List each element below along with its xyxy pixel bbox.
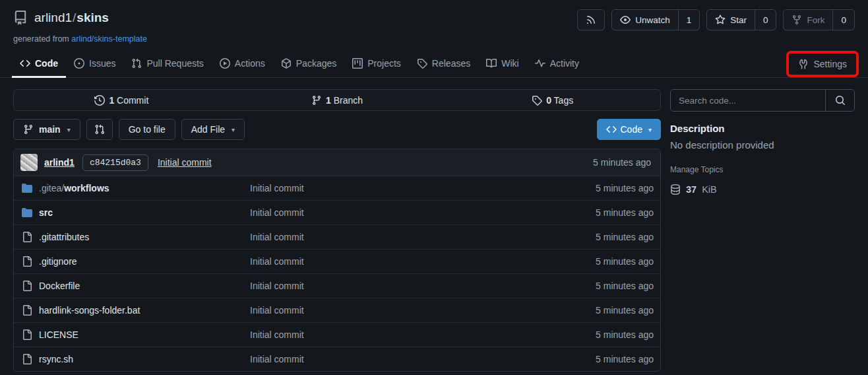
file-row[interactable]: hardlink-songs-folder.batInitial commit5… xyxy=(14,298,660,322)
star-icon xyxy=(715,15,726,25)
file-row[interactable]: .gitattributesInitial commit5 minutes ag… xyxy=(14,224,660,249)
file-link[interactable]: .gitignore xyxy=(39,256,77,267)
branches-segment[interactable]: 1 Branch xyxy=(230,90,445,110)
add-file-label: Add File xyxy=(191,124,225,135)
tags-segment[interactable]: 0 Tags xyxy=(445,90,660,110)
tab-label: Pull Requests xyxy=(146,58,203,69)
code-button-label: Code xyxy=(621,124,642,135)
fork-button[interactable]: Fork0 xyxy=(783,9,855,30)
file-link[interactable]: .gitea/workflows xyxy=(39,183,109,193)
fork-label: Fork xyxy=(807,15,824,25)
file-row[interactable]: DockerfileInitial commit5 minutes ago xyxy=(14,273,660,298)
chevron-down-icon: ▾ xyxy=(67,126,71,133)
file-link[interactable]: hardlink-songs-folder.bat xyxy=(39,305,140,316)
file-commit-message[interactable]: Initial commit xyxy=(250,183,304,193)
tab-releases[interactable]: Releases xyxy=(409,50,478,78)
tab-packages[interactable]: Packages xyxy=(273,50,344,78)
tab-actions[interactable]: Actions xyxy=(212,50,273,78)
tab-pull-requests[interactable]: Pull Requests xyxy=(123,50,211,78)
repo-header: arlind1/skins Unwatch1Star0Fork0 xyxy=(0,0,868,30)
eye-icon xyxy=(620,15,631,25)
file-commit-message[interactable]: Initial commit xyxy=(250,305,304,316)
commits-segment[interactable]: 1 Commit xyxy=(14,90,230,110)
file-link[interactable]: LICENSE xyxy=(39,329,78,340)
file-commit-time: 5 minutes ago xyxy=(596,305,660,316)
repo-size: 37 KiB xyxy=(670,184,855,195)
tab-wiki[interactable]: Wiki xyxy=(478,50,526,78)
file-commit-message[interactable]: Initial commit xyxy=(250,354,304,364)
file-commit-message[interactable]: Initial commit xyxy=(250,329,304,340)
pulse-icon xyxy=(535,58,545,69)
tab-label: Wiki xyxy=(501,58,518,69)
tab-code[interactable]: Code xyxy=(12,50,66,78)
tab-activity[interactable]: Activity xyxy=(527,50,587,78)
avatar[interactable] xyxy=(20,154,38,171)
file-name: hardlink-songs-folder.bat xyxy=(39,305,140,316)
file-icon xyxy=(22,305,32,316)
branch-selector[interactable]: main ▾ xyxy=(13,119,80,140)
tab-label: Projects xyxy=(367,58,401,69)
commit-message-link[interactable]: Initial commit xyxy=(158,157,212,168)
file-commit-time: 5 minutes ago xyxy=(596,207,660,218)
file-row[interactable]: LICENSEInitial commit5 minutes ago xyxy=(14,322,660,347)
file-icon xyxy=(22,232,32,242)
commit-author-link[interactable]: arlind1 xyxy=(44,157,75,168)
pull-request-icon xyxy=(131,58,142,69)
commit-hash-badge[interactable]: c84215d0a3 xyxy=(82,154,148,171)
file-link[interactable]: rsync.sh xyxy=(39,354,73,364)
file-link[interactable]: Dockerfile xyxy=(39,281,80,291)
file-commit-message[interactable]: Initial commit xyxy=(250,207,304,218)
repo-icon xyxy=(13,11,28,25)
tab-projects[interactable]: Projects xyxy=(344,50,409,78)
repo-sidebar: Description No description provided Mana… xyxy=(670,89,855,372)
template-repo-link[interactable]: arlind/skins-template xyxy=(71,34,147,44)
file-icon xyxy=(22,281,32,291)
file-name: rsync.sh xyxy=(39,354,73,364)
file-commit-message[interactable]: Initial commit xyxy=(250,232,304,242)
rss-button[interactable] xyxy=(577,9,605,30)
repo-owner-link[interactable]: arlind1 xyxy=(34,11,72,24)
search-button[interactable] xyxy=(825,90,854,111)
star-count[interactable]: 0 xyxy=(755,10,776,30)
go-to-file-button[interactable]: Go to file xyxy=(119,119,175,140)
file-row[interactable]: srcInitial commit5 minutes ago xyxy=(14,200,660,224)
compare-button[interactable] xyxy=(86,119,113,140)
tab-label: Settings xyxy=(813,59,847,69)
settings-highlight-box: Settings xyxy=(786,51,859,77)
file-commit-message[interactable]: Initial commit xyxy=(250,281,304,291)
tab-label: Activity xyxy=(550,58,579,69)
file-commit-time: 5 minutes ago xyxy=(596,183,660,193)
file-row[interactable]: rsync.shInitial commit5 minutes ago xyxy=(14,347,660,371)
file-table: arlind1 c84215d0a3 Initial commit 5 minu… xyxy=(13,149,661,372)
code-icon xyxy=(606,124,617,135)
file-row[interactable]: .gitignoreInitial commit5 minutes ago xyxy=(14,249,660,273)
file-commit-time: 5 minutes ago xyxy=(596,329,660,340)
file-link[interactable]: .gitattributes xyxy=(39,232,89,242)
file-path-prefix: .gitea/ xyxy=(39,183,64,193)
tab-label: Releases xyxy=(432,58,470,69)
tab-label: Code xyxy=(35,58,58,69)
history-icon xyxy=(94,95,105,106)
project-icon xyxy=(352,58,363,69)
generated-from-text: generated from xyxy=(13,34,69,44)
file-commit-time: 5 minutes ago xyxy=(596,354,660,364)
unwatch-button[interactable]: Unwatch1 xyxy=(611,9,700,30)
file-name: .gitattributes xyxy=(39,232,89,242)
file-link[interactable]: src xyxy=(39,207,53,218)
chevron-down-icon: ▾ xyxy=(648,126,652,133)
file-row[interactable]: .gitea/workflowsInitial commit5 minutes … xyxy=(14,176,660,200)
code-download-button[interactable]: Code ▾ xyxy=(597,119,662,140)
file-commit-time: 5 minutes ago xyxy=(596,232,660,242)
repo-name-link[interactable]: skins xyxy=(77,11,109,24)
manage-topics-link[interactable]: Manage Topics xyxy=(670,165,724,174)
tab-issues[interactable]: Issues xyxy=(66,50,123,78)
description-text: No description provided xyxy=(670,139,855,151)
package-icon xyxy=(281,58,292,69)
file-commit-message[interactable]: Initial commit xyxy=(250,256,304,267)
unwatch-count[interactable]: 1 xyxy=(678,10,700,30)
tab-settings[interactable]: Settings xyxy=(790,55,855,73)
search-input[interactable] xyxy=(671,90,825,111)
star-button[interactable]: Star0 xyxy=(706,9,776,30)
fork-count[interactable]: 0 xyxy=(832,10,854,30)
add-file-button[interactable]: Add File ▾ xyxy=(181,119,245,140)
